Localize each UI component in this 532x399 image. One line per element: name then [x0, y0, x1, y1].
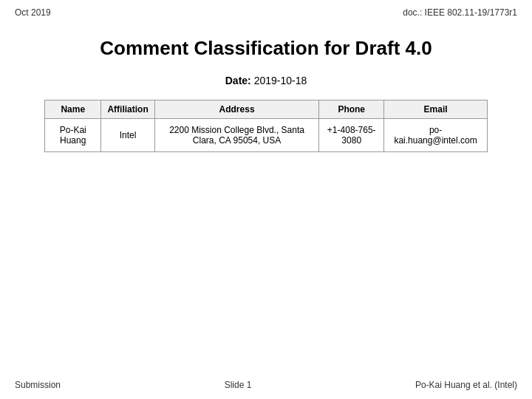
header-doc: doc.: IEEE 802.11-19/1773r1 [403, 7, 517, 18]
page-footer: Submission Slide 1 Po-Kai Huang et al. (… [0, 380, 532, 390]
footer-left: Submission [15, 380, 61, 390]
cell-email: po-kai.huang@intel.com [384, 119, 488, 152]
cell-phone: +1-408-765-3080 [319, 119, 384, 152]
footer-right: Po-Kai Huang et al. (Intel) [415, 380, 517, 390]
table-row: Po-Kai Huang Intel 2200 Mission College … [45, 119, 488, 152]
table-header-row: Name Affiliation Address Phone Email [45, 100, 488, 119]
page-title: Comment Classification for Draft 4.0 [44, 37, 488, 60]
col-address: Address [154, 100, 319, 119]
cell-address: 2200 Mission College Blvd., Santa Clara,… [154, 119, 319, 152]
col-email: Email [384, 100, 488, 119]
footer-center: Slide 1 [225, 380, 252, 390]
date-line: Date: 2019-10-18 [44, 75, 488, 86]
date-label: Date: [225, 75, 251, 86]
cell-name: Po-Kai Huang [45, 119, 101, 152]
page-header: Oct 2019 doc.: IEEE 802.11-19/1773r1 [0, 0, 532, 22]
authors-table: Name Affiliation Address Phone Email Po-… [44, 100, 488, 152]
header-date: Oct 2019 [15, 7, 51, 18]
table-header: Name Affiliation Address Phone Email [45, 100, 488, 119]
col-phone: Phone [319, 100, 384, 119]
date-value: 2019-10-18 [254, 75, 307, 86]
cell-affiliation: Intel [101, 119, 154, 152]
main-content: Comment Classification for Draft 4.0 Dat… [0, 22, 532, 152]
col-name: Name [45, 100, 101, 119]
table-body: Po-Kai Huang Intel 2200 Mission College … [45, 119, 488, 152]
col-affiliation: Affiliation [101, 100, 154, 119]
